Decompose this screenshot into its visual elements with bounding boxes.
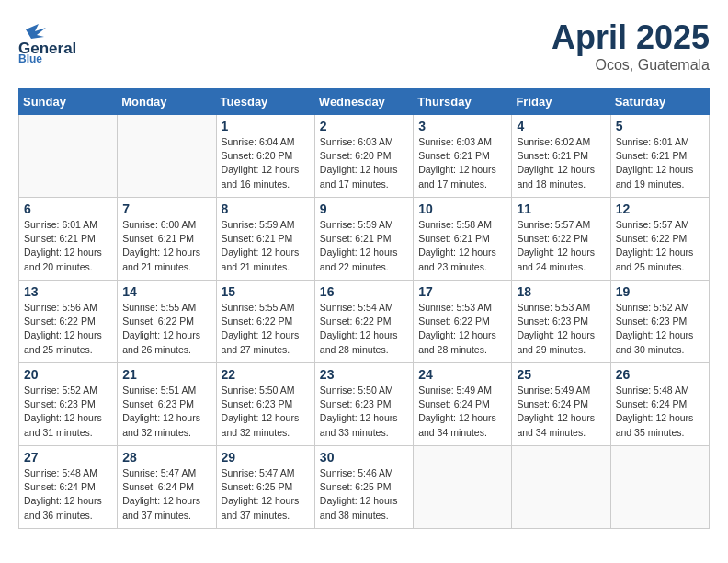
day-info: Sunrise: 6:03 AMSunset: 6:21 PMDaylight:… — [418, 135, 506, 191]
day-info: Sunrise: 5:56 AMSunset: 6:22 PMDaylight:… — [24, 301, 112, 357]
calendar-week-1: 1Sunrise: 6:04 AMSunset: 6:20 PMDaylight… — [19, 115, 710, 198]
day-number: 7 — [122, 201, 210, 216]
calendar-cell: 23Sunrise: 5:50 AMSunset: 6:23 PMDayligh… — [314, 363, 413, 446]
day-number: 30 — [320, 450, 408, 465]
day-number: 16 — [320, 284, 408, 299]
day-number: 8 — [222, 201, 310, 216]
calendar-week-5: 27Sunrise: 5:48 AMSunset: 6:24 PMDayligh… — [19, 446, 710, 529]
title-block: April 2025 Ocos, Guatemala — [552, 18, 710, 74]
calendar-cell: 12Sunrise: 5:57 AMSunset: 6:22 PMDayligh… — [610, 198, 709, 281]
day-info: Sunrise: 5:57 AMSunset: 6:22 PMDaylight:… — [616, 218, 704, 274]
day-number: 23 — [320, 367, 408, 382]
calendar-cell: 28Sunrise: 5:47 AMSunset: 6:24 PMDayligh… — [118, 446, 216, 529]
day-number: 19 — [616, 284, 704, 299]
calendar-cell — [118, 115, 216, 198]
calendar-header-wednesday: Wednesday — [314, 89, 413, 115]
calendar-cell: 1Sunrise: 6:04 AMSunset: 6:20 PMDaylight… — [216, 115, 314, 198]
calendar-cell: 8Sunrise: 5:59 AMSunset: 6:21 PMDaylight… — [216, 198, 314, 281]
day-number: 10 — [418, 201, 506, 216]
logo: General Blue — [18, 18, 119, 66]
calendar-cell — [512, 446, 610, 529]
calendar-header-monday: Monday — [118, 89, 216, 115]
day-info: Sunrise: 6:04 AMSunset: 6:20 PMDaylight:… — [222, 135, 310, 191]
day-info: Sunrise: 5:51 AMSunset: 6:23 PMDaylight:… — [122, 384, 210, 440]
calendar-cell: 11Sunrise: 5:57 AMSunset: 6:22 PMDayligh… — [512, 198, 610, 281]
day-number: 4 — [517, 119, 605, 133]
calendar-cell — [19, 115, 118, 198]
calendar-cell: 2Sunrise: 6:03 AMSunset: 6:20 PMDaylight… — [314, 115, 413, 198]
day-number: 3 — [418, 119, 506, 133]
calendar-header-row: SundayMondayTuesdayWednesdayThursdayFrid… — [19, 89, 710, 115]
calendar-cell: 20Sunrise: 5:52 AMSunset: 6:23 PMDayligh… — [19, 363, 118, 446]
day-info: Sunrise: 5:46 AMSunset: 6:25 PMDaylight:… — [320, 466, 408, 523]
day-number: 9 — [320, 201, 408, 216]
logo-general-text: General Blue — [18, 18, 119, 66]
page-header: General Blue April 2025 Ocos, Guatemala — [18, 18, 710, 74]
day-number: 1 — [222, 119, 310, 133]
day-number: 2 — [320, 119, 408, 133]
day-info: Sunrise: 5:53 AMSunset: 6:22 PMDaylight:… — [418, 301, 506, 357]
calendar-week-2: 6Sunrise: 6:01 AMSunset: 6:21 PMDaylight… — [19, 198, 710, 281]
day-info: Sunrise: 5:53 AMSunset: 6:23 PMDaylight:… — [517, 301, 605, 357]
day-number: 5 — [616, 119, 704, 133]
day-info: Sunrise: 5:57 AMSunset: 6:22 PMDaylight:… — [517, 218, 605, 274]
calendar-header-sunday: Sunday — [19, 89, 118, 115]
day-info: Sunrise: 5:49 AMSunset: 6:24 PMDaylight:… — [517, 384, 605, 440]
day-info: Sunrise: 5:59 AMSunset: 6:21 PMDaylight:… — [222, 218, 310, 274]
calendar-cell — [610, 446, 709, 529]
day-number: 14 — [122, 284, 210, 299]
day-info: Sunrise: 6:03 AMSunset: 6:20 PMDaylight:… — [320, 135, 408, 191]
calendar-cell: 26Sunrise: 5:48 AMSunset: 6:24 PMDayligh… — [610, 363, 709, 446]
calendar-cell: 22Sunrise: 5:50 AMSunset: 6:23 PMDayligh… — [216, 363, 314, 446]
calendar-cell: 25Sunrise: 5:49 AMSunset: 6:24 PMDayligh… — [512, 363, 610, 446]
calendar-cell: 15Sunrise: 5:55 AMSunset: 6:22 PMDayligh… — [216, 281, 314, 363]
calendar-cell: 13Sunrise: 5:56 AMSunset: 6:22 PMDayligh… — [19, 281, 118, 363]
calendar-cell: 24Sunrise: 5:49 AMSunset: 6:24 PMDayligh… — [414, 363, 512, 446]
calendar-cell: 27Sunrise: 5:48 AMSunset: 6:24 PMDayligh… — [19, 446, 118, 529]
day-number: 18 — [517, 284, 605, 299]
day-info: Sunrise: 6:01 AMSunset: 6:21 PMDaylight:… — [24, 218, 112, 274]
calendar-cell: 19Sunrise: 5:52 AMSunset: 6:23 PMDayligh… — [610, 281, 709, 363]
calendar-cell: 4Sunrise: 6:02 AMSunset: 6:21 PMDaylight… — [512, 115, 610, 198]
day-number: 29 — [222, 450, 310, 465]
day-info: Sunrise: 5:52 AMSunset: 6:23 PMDaylight:… — [616, 301, 704, 357]
day-number: 24 — [418, 367, 506, 382]
day-number: 20 — [24, 367, 112, 382]
day-info: Sunrise: 5:55 AMSunset: 6:22 PMDaylight:… — [222, 301, 310, 357]
calendar-header-friday: Friday — [512, 89, 610, 115]
month-title: April 2025 — [552, 18, 710, 57]
calendar-cell: 30Sunrise: 5:46 AMSunset: 6:25 PMDayligh… — [314, 446, 413, 529]
day-info: Sunrise: 5:48 AMSunset: 6:24 PMDaylight:… — [24, 466, 112, 523]
day-info: Sunrise: 6:01 AMSunset: 6:21 PMDaylight:… — [616, 135, 704, 191]
location: Ocos, Guatemala — [552, 57, 710, 74]
day-number: 17 — [418, 284, 506, 299]
calendar-cell: 21Sunrise: 5:51 AMSunset: 6:23 PMDayligh… — [118, 363, 216, 446]
day-info: Sunrise: 5:58 AMSunset: 6:21 PMDaylight:… — [418, 218, 506, 274]
day-info: Sunrise: 5:48 AMSunset: 6:24 PMDaylight:… — [616, 384, 704, 440]
day-number: 15 — [222, 284, 310, 299]
day-number: 25 — [517, 367, 605, 382]
day-info: Sunrise: 5:55 AMSunset: 6:22 PMDaylight:… — [122, 301, 210, 357]
calendar-cell: 17Sunrise: 5:53 AMSunset: 6:22 PMDayligh… — [414, 281, 512, 363]
day-number: 13 — [24, 284, 112, 299]
day-info: Sunrise: 5:54 AMSunset: 6:22 PMDaylight:… — [320, 301, 408, 357]
day-number: 28 — [122, 450, 210, 465]
calendar-cell — [414, 446, 512, 529]
day-info: Sunrise: 5:50 AMSunset: 6:23 PMDaylight:… — [222, 384, 310, 440]
day-number: 6 — [24, 201, 112, 216]
calendar-cell: 7Sunrise: 6:00 AMSunset: 6:21 PMDaylight… — [118, 198, 216, 281]
calendar-body: 1Sunrise: 6:04 AMSunset: 6:20 PMDaylight… — [19, 115, 710, 529]
day-info: Sunrise: 5:49 AMSunset: 6:24 PMDaylight:… — [418, 384, 506, 440]
calendar-cell: 3Sunrise: 6:03 AMSunset: 6:21 PMDaylight… — [414, 115, 512, 198]
calendar-cell: 6Sunrise: 6:01 AMSunset: 6:21 PMDaylight… — [19, 198, 118, 281]
calendar-table: SundayMondayTuesdayWednesdayThursdayFrid… — [18, 88, 710, 529]
calendar-header-saturday: Saturday — [610, 89, 709, 115]
svg-text:Blue: Blue — [18, 52, 42, 63]
calendar-header-tuesday: Tuesday — [216, 89, 314, 115]
calendar-cell: 5Sunrise: 6:01 AMSunset: 6:21 PMDaylight… — [610, 115, 709, 198]
day-info: Sunrise: 5:52 AMSunset: 6:23 PMDaylight:… — [24, 384, 112, 440]
day-number: 21 — [122, 367, 210, 382]
day-info: Sunrise: 5:47 AMSunset: 6:25 PMDaylight:… — [222, 466, 310, 523]
day-info: Sunrise: 6:02 AMSunset: 6:21 PMDaylight:… — [517, 135, 605, 191]
svg-marker-0 — [26, 24, 46, 39]
